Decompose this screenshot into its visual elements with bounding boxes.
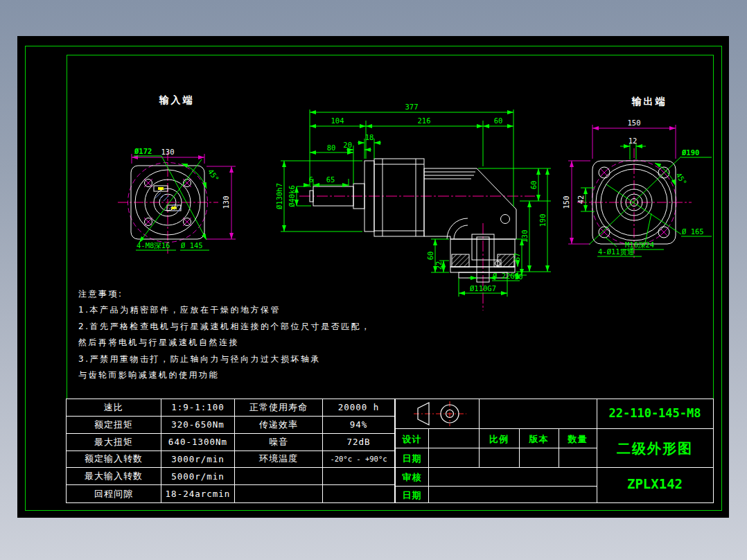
note-line-3: 然后再将电机与行星减速机自然连接 xyxy=(78,337,239,349)
dim-out-dia-label: Ø 22G6 xyxy=(493,272,519,280)
design-label: 设计 xyxy=(396,433,428,446)
spec-label xyxy=(235,468,323,485)
dim-80-label: 80 xyxy=(327,143,336,152)
input-view-geometry: 130 130 Ø172 45° 4-M8深16 Ø 145 xyxy=(118,147,236,254)
dim-r67-label: 67 xyxy=(513,253,521,262)
dim-20-label: 20 xyxy=(343,141,352,149)
dim-total-length-label: 377 xyxy=(405,103,419,111)
dim-input-holes-label: 4-M8深16 xyxy=(137,241,170,250)
spec-label: 最大扭矩 xyxy=(67,434,161,451)
spec-label: 环境温度 xyxy=(235,451,323,469)
qty-label: 数量 xyxy=(559,433,597,446)
spec-table: 速比 1:9-1:100 正常使用寿命 20000 h 额定扭矩 320-650… xyxy=(66,399,395,503)
side-view-geometry: 377 104 216 60 18 20 80 6 65 Ø130h7 Ø40k… xyxy=(275,103,551,310)
spec-label: 额定输入转数 xyxy=(67,451,161,469)
spec-value xyxy=(323,485,394,502)
dim-r130-label: 130 xyxy=(520,230,529,243)
spec-label xyxy=(235,485,323,502)
drawing-sheet: 输入端 输出端 xyxy=(17,36,729,518)
dim-output-thread-label: M16深24 xyxy=(625,240,654,249)
spec-value: 72dB xyxy=(323,434,394,451)
drawing-name: 二级外形图 xyxy=(597,439,713,458)
dim-18-label: 18 xyxy=(365,133,374,141)
spec-value: 3000r/min xyxy=(161,451,235,469)
spec-label: 传递效率 xyxy=(235,417,323,434)
spec-value: 20000 h xyxy=(323,399,394,417)
spec-value: 5000r/min xyxy=(161,468,235,485)
date2-label: 日期 xyxy=(396,489,428,502)
dim-input-angle-label: 45° xyxy=(206,167,221,182)
dim-spigot-dia-label: Ø110G7 xyxy=(470,284,496,292)
dim-input-outer-dia-label: Ø172 xyxy=(134,147,152,155)
title-block: 设计 日期 审核 日期 比例 版本 数量 22-110-145-M8 二级外形图… xyxy=(395,399,714,503)
dim-output-12-label: 12 xyxy=(629,137,638,145)
dim-output-outer-dia-label: Ø190 xyxy=(681,148,699,157)
spec-label: 额定扭矩 xyxy=(67,417,161,434)
dim-6-label: 6 xyxy=(309,175,313,184)
dim-104-label: 104 xyxy=(331,116,344,125)
dim-flange-dia-label: Ø130h7 xyxy=(275,183,283,209)
spec-label: 速比 xyxy=(67,399,161,417)
date-label: 日期 xyxy=(396,453,428,465)
dim-output-width-label: 150 xyxy=(628,119,641,127)
spec-value: -20°c - +90°c xyxy=(323,451,394,469)
spec-value: 1:9-1:100 xyxy=(161,399,235,417)
output-view-geometry: 150 12 150 42 Ø190 45° Ø 165 4-Ø11贯通 M16… xyxy=(562,119,712,258)
spec-value xyxy=(323,468,394,485)
note-line-1: 1.本产品为精密部件，应放在干燥的地方保管 xyxy=(78,304,281,316)
review-label: 审核 xyxy=(396,471,428,484)
dim-input-width-label: 130 xyxy=(161,148,175,156)
dim-output-height-label: 150 xyxy=(562,196,570,209)
spec-label: 回程间隙 xyxy=(67,485,161,502)
dim-input-height-label: 130 xyxy=(222,196,230,209)
dim-output-42-label: 42 xyxy=(577,195,585,204)
scale-label: 比例 xyxy=(479,433,519,446)
dim-r60-label: 60 xyxy=(529,181,538,190)
dim-60-label: 60 xyxy=(494,116,503,125)
dim-output-spigot-label: Ø 165 xyxy=(682,227,704,236)
notes-title: 注意事项: xyxy=(78,288,123,300)
model-number: 22-110-145-M8 xyxy=(597,406,713,420)
note-line-5: 与齿轮而影响减速机的使用功能 xyxy=(78,369,219,381)
spec-value: 94% xyxy=(323,417,394,434)
dim-b22-label: 22 xyxy=(434,261,443,270)
spec-value: 320-650Nm xyxy=(161,417,235,434)
part-number: ZPLX142 xyxy=(597,476,713,491)
dim-shaft-dia-label: Ø40k6 xyxy=(288,185,296,207)
spec-label: 最大输入转数 xyxy=(67,468,161,485)
dim-65-label: 65 xyxy=(326,175,335,184)
spec-value: 640-1300Nm xyxy=(161,434,235,451)
dim-output-angle-label: 45° xyxy=(674,171,688,186)
version-label: 版本 xyxy=(519,433,559,446)
note-line-4: 3.严禁用重物击打，防止轴向力与径向力过大损坏轴承 xyxy=(78,353,321,365)
spec-value: 18-24arcmin xyxy=(161,485,235,502)
projection-symbol xyxy=(396,399,479,428)
cad-viewer-canvas: { "colors": { "background_top": "#8593a8… xyxy=(0,0,747,560)
spec-label: 噪音 xyxy=(235,434,323,451)
note-line-2: 2.首先严格检查电机与行星减速机相连接的个部位尺寸是否匹配， xyxy=(78,321,371,333)
dim-input-bolt-circle-label: Ø 145 xyxy=(181,241,203,250)
dim-216-label: 216 xyxy=(418,116,431,125)
dim-r190-label: 190 xyxy=(538,214,547,227)
spec-label: 正常使用寿命 xyxy=(235,399,323,417)
dim-b60-label: 60 xyxy=(426,252,434,261)
